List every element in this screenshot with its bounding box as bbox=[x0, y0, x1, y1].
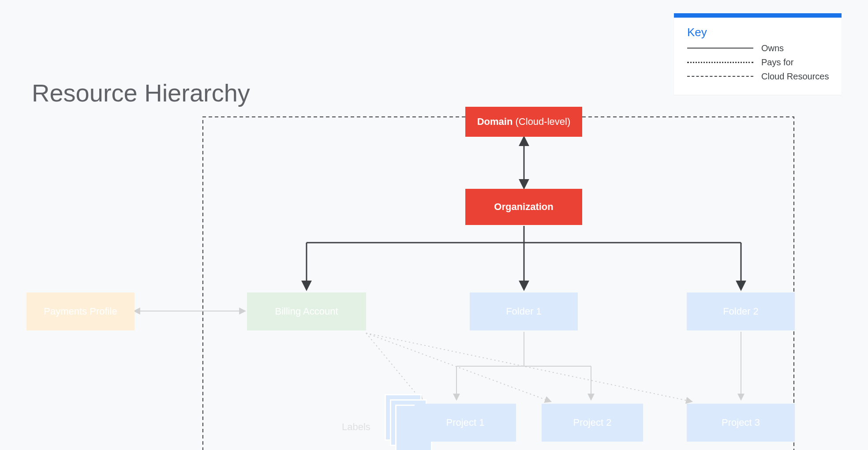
node-billing-account: Billing Account bbox=[247, 292, 366, 330]
legend-title: Key bbox=[687, 26, 831, 39]
svg-line-13 bbox=[366, 333, 550, 401]
node-folder-1: Folder 1 bbox=[470, 292, 578, 330]
legend-label-pays: Pays for bbox=[761, 57, 793, 68]
node-folder-2: Folder 2 bbox=[687, 292, 795, 330]
node-domain: Domain (Cloud-level) bbox=[465, 107, 582, 137]
diagram-canvas: Resource Hierarchy Key Owns Pays for Clo… bbox=[0, 0, 868, 450]
legend-label-owns: Owns bbox=[761, 43, 784, 53]
node-payments-profile: Payments Profile bbox=[26, 292, 135, 330]
legend-line-dotted-icon bbox=[687, 62, 753, 63]
labels-text: Labels bbox=[342, 421, 370, 433]
legend-row-cloud: Cloud Resources bbox=[687, 71, 831, 82]
node-domain-rest: (Cloud-level) bbox=[513, 116, 570, 127]
node-organization: Organization bbox=[465, 189, 582, 225]
node-project-1: Project 1 bbox=[415, 404, 516, 442]
node-project-2: Project 2 bbox=[542, 404, 643, 442]
svg-line-14 bbox=[366, 333, 692, 401]
page-title: Resource Hierarchy bbox=[32, 79, 250, 107]
node-domain-bold: Domain bbox=[477, 116, 513, 127]
legend-row-owns: Owns bbox=[687, 43, 831, 53]
svg-line-12 bbox=[366, 333, 423, 401]
legend-label-cloud: Cloud Resources bbox=[761, 71, 829, 82]
legend-accent-bar bbox=[674, 13, 842, 18]
node-project-3: Project 3 bbox=[687, 404, 795, 442]
legend-box: Key Owns Pays for Cloud Resources bbox=[674, 13, 842, 95]
legend-row-pays: Pays for bbox=[687, 57, 831, 68]
legend-line-dashed-icon bbox=[687, 76, 753, 77]
legend-line-solid-icon bbox=[687, 48, 753, 49]
